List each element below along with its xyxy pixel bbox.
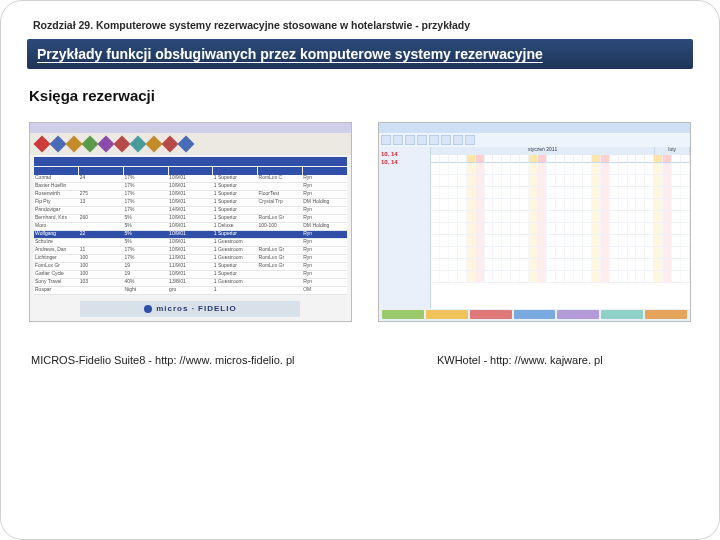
calendar-cell [467, 247, 476, 258]
calendar-cell [645, 223, 654, 234]
calendar-cell [449, 247, 458, 258]
calendar-cell [619, 271, 628, 282]
table-cell: Ryn [302, 231, 347, 238]
table-cell [258, 279, 303, 286]
table-cell: 13 [79, 199, 124, 206]
calendar-cell [431, 211, 440, 222]
calendar-cell [440, 175, 449, 186]
calendar-cell [431, 199, 440, 210]
calendar-cell [672, 199, 681, 210]
calendar-cell [610, 259, 619, 270]
table-cell: Ryn [302, 279, 347, 286]
calendar-cell [511, 235, 520, 246]
calendar-cell [547, 211, 556, 222]
table-cell: 40% [123, 279, 168, 286]
gem-icon [130, 136, 147, 153]
table-cell: 1 [213, 287, 258, 294]
calendar-cell [458, 199, 467, 210]
calendar-cell [440, 235, 449, 246]
calendar-cell [556, 163, 565, 174]
calendar-cell [538, 199, 547, 210]
legend-tag [382, 310, 424, 319]
calendar-cell [592, 211, 601, 222]
calendar-cell [556, 259, 565, 270]
table-cell: Ryn [302, 255, 347, 262]
table-cell: Rospar [34, 287, 79, 294]
calendar-cell [538, 247, 547, 258]
table-row: FomLux Gr1001911/9/011 SuperiorRomLux Gr… [34, 263, 347, 271]
calendar-cell [654, 199, 663, 210]
calendar-cell [636, 247, 645, 258]
calendar-cell [681, 175, 690, 186]
calendar-cell [636, 199, 645, 210]
calendar-cell [440, 187, 449, 198]
gem-icon [146, 136, 163, 153]
calendar-cell [556, 235, 565, 246]
table-row: Bernhard, Kris2605%10/9/011 SuperiorRomL… [34, 215, 347, 223]
table-cell: 17% [123, 247, 168, 254]
kwhotel-grid-rows [431, 163, 690, 283]
calendar-cell [467, 235, 476, 246]
gem-icon [114, 136, 131, 153]
table-row: Sony Travel10340%13/8/011 GuestroomRyn [34, 279, 347, 287]
table-cell: Ryn [302, 175, 347, 182]
calendar-cell [672, 163, 681, 174]
table-cell: 1 Superior [213, 207, 258, 214]
table-row: Rosenwirth27517%10/9/011 SuperiorFloorTe… [34, 191, 347, 199]
table-cell: Ryn [302, 271, 347, 278]
table-cell: Rosenwirth [34, 191, 79, 198]
calendar-cell [583, 199, 592, 210]
calendar-cell [485, 271, 494, 282]
toolbar-button [453, 135, 463, 145]
table-cell: RomLux Gr [258, 263, 303, 270]
calendar-cell [583, 259, 592, 270]
calendar-row [431, 223, 690, 235]
table-cell: 100 [79, 255, 124, 262]
table-cell: 19 [123, 271, 168, 278]
day-header-cell [619, 155, 628, 163]
day-header-cell [458, 155, 467, 163]
table-cell: RomLux Gr [258, 255, 303, 262]
calendar-cell [619, 199, 628, 210]
table-cell: Wolfgang [34, 231, 79, 238]
calendar-cell [449, 163, 458, 174]
calendar-cell [556, 211, 565, 222]
calendar-cell [502, 247, 511, 258]
table-cell: Bernhard, Kris [34, 215, 79, 222]
calendar-cell [628, 211, 637, 222]
calendar-cell [681, 163, 690, 174]
calendar-cell [431, 271, 440, 282]
table-cell [258, 231, 303, 238]
calendar-cell [592, 259, 601, 270]
calendar-cell [565, 199, 574, 210]
calendar-cell [628, 199, 637, 210]
calendar-cell [628, 223, 637, 234]
calendar-cell [619, 175, 628, 186]
calendar-cell [583, 247, 592, 258]
calendar-cell [538, 175, 547, 186]
calendar-cell [529, 163, 538, 174]
calendar-cell [628, 175, 637, 186]
calendar-cell [520, 271, 529, 282]
calendar-cell [485, 199, 494, 210]
calendar-cell [449, 211, 458, 222]
calendar-cell [431, 163, 440, 174]
calendar-cell [520, 163, 529, 174]
table-cell: 5% [123, 215, 168, 222]
calendar-cell [449, 271, 458, 282]
calendar-cell [636, 235, 645, 246]
calendar-cell [476, 163, 485, 174]
calendar-cell [672, 175, 681, 186]
day-header-cell [440, 155, 449, 163]
calendar-cell [636, 259, 645, 270]
calendar-cell [449, 223, 458, 234]
calendar-cell [520, 211, 529, 222]
calendar-cell [574, 223, 583, 234]
table-cell: 10/9/01 [168, 183, 213, 190]
kwhotel-status-legend [379, 309, 690, 321]
calendar-cell [431, 247, 440, 258]
calendar-cell [538, 187, 547, 198]
kwhotel-window-titlebar [379, 123, 690, 133]
day-header-cell [672, 155, 681, 163]
calendar-cell [601, 271, 610, 282]
